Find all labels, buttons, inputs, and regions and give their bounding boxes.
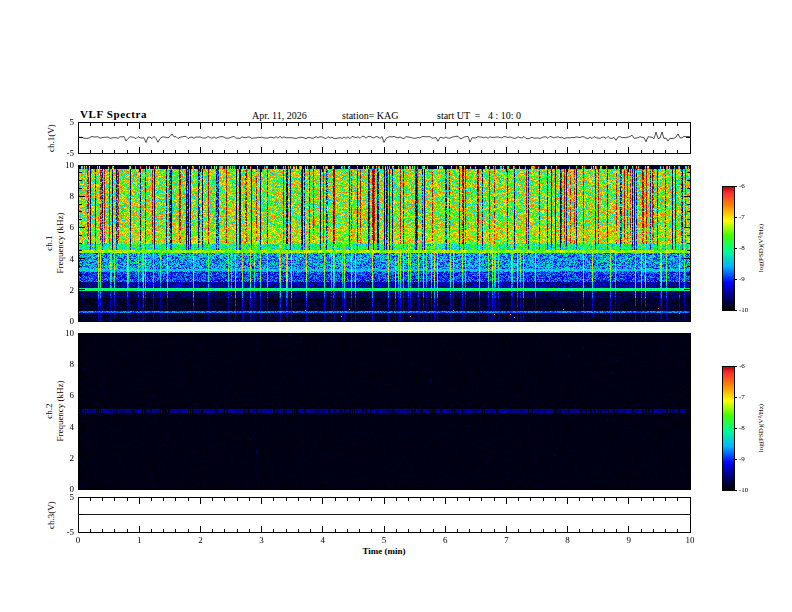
x-tick-label: 7 <box>504 535 509 545</box>
colorbar-tick-label: -10 <box>739 306 748 314</box>
colorbar-tick-label: -6 <box>739 362 745 370</box>
x-tick-label: 1 <box>137 535 142 545</box>
colorbar-tick-label: -7 <box>739 393 745 401</box>
x-tick-label: 2 <box>198 535 203 545</box>
panel-frames <box>78 122 734 532</box>
axes-overlay <box>0 0 792 612</box>
ch1-freq-tick-label: 10 <box>65 160 74 170</box>
colorbar-tick-label: -9 <box>739 275 745 283</box>
x-tick-label: 4 <box>321 535 326 545</box>
x-tick-label: 10 <box>686 535 695 545</box>
colorbar-tick-label: -10 <box>739 486 748 494</box>
ch2-freq-tick-label: 4 <box>70 422 75 432</box>
ch1v-tick-label: 5 <box>70 117 75 127</box>
x-tick-label: 9 <box>627 535 632 545</box>
ch1-waveform <box>78 132 690 143</box>
colorbar-tick-label: -7 <box>739 213 745 221</box>
ch3v-tick-label: 5 <box>70 492 75 502</box>
ch1-freq-tick-label: 2 <box>70 285 75 295</box>
colorbar-tick-label: -8 <box>739 244 745 252</box>
colorbar-tick-label: -9 <box>739 455 745 463</box>
colorbar-tick-label: -6 <box>739 182 745 190</box>
ch1v-tick-label: -5 <box>67 148 75 158</box>
ch2-freq-tick-label: 8 <box>70 359 75 369</box>
vlf-spectra-plot: VLF Spectra Apr. 11, 2026 station= KAG s… <box>0 0 792 612</box>
x-tick-label: 5 <box>382 535 387 545</box>
ch3v-tick-label: -5 <box>67 527 75 537</box>
axis-ticks <box>78 122 737 532</box>
x-tick-label: 8 <box>565 535 570 545</box>
ch2-freq-tick-label: 10 <box>65 328 74 338</box>
colorbar-tick-label: -8 <box>739 424 745 432</box>
x-tick-label: 0 <box>76 535 81 545</box>
ch2-freq-tick-label: 2 <box>70 453 75 463</box>
ch1-freq-tick-label: 6 <box>70 222 75 232</box>
ch2-freq-tick-label: 6 <box>70 390 75 400</box>
x-tick-label: 6 <box>443 535 448 545</box>
x-tick-label: 3 <box>259 535 264 545</box>
ch1-freq-tick-label: 4 <box>70 254 75 264</box>
ch1-freq-tick-label: 0 <box>70 316 75 326</box>
ch1-freq-tick-label: 8 <box>70 191 75 201</box>
